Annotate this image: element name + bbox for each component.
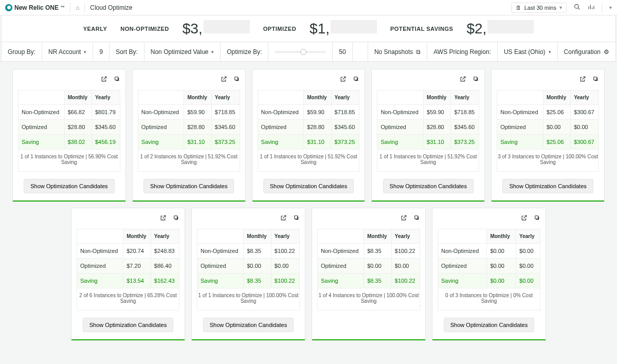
external-link-icon[interactable] (221, 76, 227, 84)
col-yearly: Yearly (92, 90, 120, 105)
breadcrumb[interactable]: Cloud Optimize (90, 4, 132, 11)
col-monthly: Monthly (304, 90, 331, 105)
svg-rect-21 (415, 216, 418, 219)
cards-row: MonthlyYearly Non-Optimized$20.74$248.83… (12, 208, 605, 340)
row-optimized: Optimized$28.80$345.60 (377, 120, 479, 135)
time-range-value: Last 30 mins (524, 5, 556, 11)
copy-icon: ⧉ (416, 48, 421, 56)
pricing-region-value: US East (Ohio) (504, 48, 546, 56)
card-summary: 1 of 1 Instances to Optimize | 100.00% C… (197, 288, 300, 311)
external-link-icon[interactable] (101, 76, 107, 84)
show-candidates-button[interactable]: Show Optimization Candidates (203, 318, 294, 332)
show-candidates-button[interactable]: Show Optimization Candidates (263, 179, 354, 193)
col-yearly: Yearly (516, 229, 540, 244)
divider (70, 3, 70, 12)
row-non-optimized: Non-Optimized$8.35$100.22 (197, 244, 300, 259)
pricing-region-dropdown[interactable]: US East (Ohio) ▾ (498, 42, 558, 61)
card-summary: 1 of 1 Instances to Optimize | 51.92% Co… (258, 150, 360, 172)
copy-icon[interactable] (114, 76, 120, 84)
copy-icon[interactable] (173, 214, 179, 223)
cost-table: MonthlyYearly Non-Optimized$59.90$718.85… (377, 90, 479, 150)
external-link-icon[interactable] (521, 214, 528, 223)
row-saving: Saving$13.54$162.43 (77, 274, 179, 288)
card-header (138, 75, 240, 85)
row-non-optimized: Non-Optimized$66.82$801.79 (19, 105, 120, 120)
cards-row: MonthlyYearly Non-Optimized$66.82$801.79… (12, 69, 605, 202)
row-optimized: Optimized$28.80$345.60 (258, 120, 359, 135)
slider-track (275, 51, 326, 53)
row-saving: Saving$8.35$100.22 (318, 274, 420, 288)
external-link-icon[interactable] (579, 76, 586, 84)
cost-table: MonthlyYearly Non-Optimized$25.06$300.67… (497, 90, 599, 150)
external-link-icon[interactable] (401, 214, 407, 223)
copy-icon[interactable] (413, 214, 420, 223)
copy-icon[interactable] (473, 76, 479, 84)
configuration-button[interactable]: Configuration ⚙ (558, 42, 615, 61)
trademark: ™ (61, 5, 65, 10)
account-card: MonthlyYearly Non-Optimized$59.90$718.85… (371, 69, 485, 202)
show-candidates-button[interactable]: Show Optimization Candidates (444, 318, 534, 332)
external-link-icon[interactable] (280, 214, 287, 223)
cards-container: MonthlyYearly Non-Optimized$66.82$801.79… (0, 62, 617, 348)
card-summary: 1 of 1 Instances to Optimize | 51.92% Co… (377, 150, 479, 172)
card-header (438, 213, 540, 224)
show-candidates-button[interactable]: Show Optimization Candidates (383, 179, 474, 193)
topbar-right: 🗓 Last 30 mins ▾ ▾ (511, 3, 612, 13)
snapshots-button[interactable]: No Snapshots ⧉ (368, 42, 427, 61)
configuration-label: Configuration (564, 48, 601, 56)
search-icon[interactable] (574, 4, 580, 12)
external-link-icon[interactable] (160, 214, 167, 223)
group-by-label: Group By: (2, 42, 42, 61)
chart-icon[interactable] (588, 4, 594, 12)
row-non-optimized: Non-Optimized$59.90$718.85 (258, 105, 359, 120)
cost-table: MonthlyYearly Non-Optimized$59.90$718.85… (138, 90, 240, 150)
account-card: MonthlyYearly Non-Optimized$59.90$718.85… (132, 69, 246, 202)
non-optimized-value: $3, (183, 20, 250, 37)
copy-icon[interactable] (293, 214, 300, 223)
show-candidates-button[interactable]: Show Optimization Candidates (502, 179, 593, 193)
calendar-icon: 🗓 (516, 5, 521, 11)
show-candidates-button[interactable]: Show Optimization Candidates (83, 318, 173, 332)
copy-icon[interactable] (353, 76, 359, 84)
cost-table: MonthlyYearly Non-Optimized$66.82$801.79… (18, 90, 120, 150)
pricing-region-label: AWS Pricing Region: (427, 42, 498, 61)
brand-text: New Relic ONE (14, 4, 59, 11)
col-monthly: Monthly (64, 90, 92, 105)
row-saving: Saving$31.10$373.25 (258, 135, 359, 150)
caret-down-icon: ▾ (211, 49, 214, 54)
slider-thumb[interactable] (300, 49, 306, 55)
copy-icon[interactable] (233, 76, 240, 84)
card-header (77, 213, 179, 224)
optimize-by-label: Optimize By: (221, 42, 268, 61)
row-saving: Saving$31.10$373.25 (138, 135, 240, 150)
row-optimized: Optimized$0.00$0.00 (197, 259, 300, 274)
optimize-by-slider[interactable] (268, 42, 333, 61)
redacted-mask (487, 20, 534, 33)
copy-icon[interactable] (534, 214, 540, 223)
redacted-mask (204, 20, 250, 33)
svg-rect-13 (474, 77, 477, 80)
divider (602, 3, 602, 12)
redacted-mask (331, 20, 377, 33)
card-header (258, 75, 360, 85)
show-candidates-button[interactable]: Show Optimization Candidates (143, 179, 234, 193)
row-saving: Saving$38.02$456.19 (19, 135, 120, 150)
home-icon[interactable]: ⌂ (76, 4, 79, 11)
row-saving: Saving$8.35$100.22 (197, 274, 300, 288)
time-range-picker[interactable]: 🗓 Last 30 mins ▾ (511, 3, 567, 13)
sort-by-dropdown[interactable]: Non Optimized Value ▾ (144, 42, 221, 61)
chevron-down-icon[interactable]: ▾ (609, 5, 612, 10)
external-link-icon[interactable] (340, 76, 347, 84)
row-saving: Saving$25.06$300.67 (497, 135, 599, 150)
card-header (317, 213, 420, 224)
copy-icon[interactable] (592, 76, 599, 84)
row-optimized: Optimized$28.80$345.60 (138, 120, 240, 135)
row-optimized: Optimized$0.00$0.00 (318, 259, 420, 274)
group-by-dropdown[interactable]: NR Account ▾ (42, 42, 93, 61)
caret-down-icon: ▾ (84, 49, 86, 54)
show-candidates-button[interactable]: Show Optimization Candidates (24, 179, 114, 193)
external-link-icon[interactable] (460, 76, 466, 84)
card-summary: 1 of 1 Instances to Optimize | 56.90% Co… (18, 150, 120, 172)
card-summary: 1 of 2 Instances to Optimize | 51.92% Co… (138, 150, 240, 172)
card-header (497, 75, 599, 85)
